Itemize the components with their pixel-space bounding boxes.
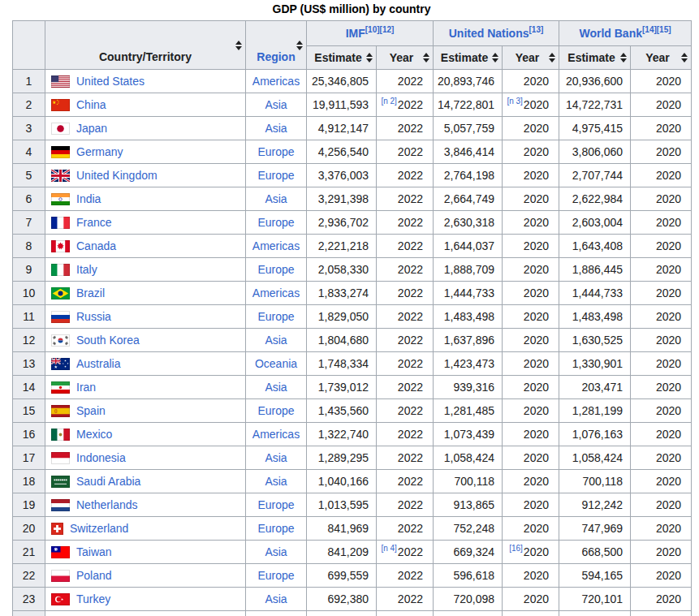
country-link[interactable]: Russia (76, 311, 111, 324)
footnote-link[interactable]: [n 3] (507, 97, 522, 106)
region-link[interactable]: Europe (257, 169, 294, 182)
region-link[interactable]: Europe (257, 498, 294, 511)
footnote-link[interactable]: [16] (509, 544, 523, 553)
country-link[interactable]: Poland (76, 570, 112, 583)
united-nations-link[interactable]: United Nations (449, 27, 529, 40)
country-link[interactable]: Japan (76, 123, 107, 136)
region-link[interactable]: Asia (265, 98, 287, 111)
country-cell: China (45, 93, 246, 117)
country-link[interactable]: Taiwan (76, 546, 112, 559)
wb-estimate-header[interactable]: Estimate (559, 46, 631, 70)
wb-refs-link[interactable]: [14][15] (642, 25, 671, 34)
region-link[interactable]: Asia (265, 451, 287, 464)
rank-cell: 13 (13, 352, 45, 376)
year-value: 2020 (524, 522, 549, 535)
country-link[interactable]: China (76, 99, 106, 112)
country-link[interactable]: Spain (76, 405, 106, 418)
country-link[interactable]: Mexico (76, 429, 112, 442)
region-link[interactable]: Europe (257, 216, 294, 229)
country-link[interactable]: Iran (76, 381, 96, 394)
region-link[interactable]: Asia (265, 545, 287, 558)
region-link[interactable]: Americas (252, 239, 300, 252)
sort-icon[interactable] (491, 53, 498, 62)
country-link[interactable]: Germany (76, 146, 123, 159)
region-link[interactable]: Americas (252, 428, 300, 441)
sort-icon[interactable] (296, 41, 303, 50)
region-cell: Europe (246, 164, 307, 187)
world-bank-link[interactable]: World Bank (579, 27, 642, 40)
un-year-header[interactable]: Year (503, 46, 559, 70)
region-link[interactable]: Asia (265, 592, 287, 605)
region-link[interactable]: Americas (252, 286, 300, 299)
region-link[interactable]: Americas (252, 75, 300, 88)
imf-estimate-cell: 4,912,147 (307, 117, 377, 140)
sort-icon[interactable] (422, 53, 429, 62)
un-year-cell: 2020 (503, 235, 559, 258)
sort-icon[interactable] (365, 53, 373, 62)
sort-icon[interactable] (680, 53, 688, 62)
imf-refs-link[interactable]: [10][12] (365, 25, 395, 34)
region-link[interactable]: Asia (265, 192, 287, 205)
sort-icon[interactable] (548, 53, 555, 62)
region-link[interactable]: Europe (257, 569, 294, 582)
wb-year-header[interactable]: Year (631, 46, 692, 70)
country-link[interactable]: Saudi Arabia (76, 476, 140, 489)
country-link[interactable]: India (76, 193, 101, 206)
un-estimate-header[interactable]: Estimate (434, 46, 503, 70)
footnote-link[interactable]: [n 2] (381, 97, 396, 106)
year-value: 2020 (524, 169, 549, 182)
country-link[interactable]: Turkey (76, 593, 110, 606)
imf-estimate-cell: 1,040,166 (307, 470, 377, 493)
year-value: 2020 (656, 545, 681, 558)
region-column-link[interactable]: Region (257, 50, 295, 63)
region-link[interactable]: Oceania (255, 357, 297, 370)
region-cell: Europe (246, 140, 307, 164)
region-column-header[interactable]: Region (246, 21, 307, 70)
table-row: 15 Spain Europe 1,435,560 2022 1,281,485… (13, 399, 692, 423)
region-link[interactable]: Europe (257, 404, 294, 417)
flag-spain-icon (51, 405, 70, 417)
region-link[interactable]: Asia (265, 475, 287, 488)
rank-cell: 4 (13, 140, 45, 164)
country-link[interactable]: Netherlands (76, 499, 138, 512)
imf-estimate-header[interactable]: Estimate (307, 46, 377, 70)
country-link[interactable]: United States (76, 75, 145, 88)
imf-year-cell: 2022 (377, 423, 434, 446)
table-row: 3 Japan Asia 4,912,147 2022 5,057,759 20… (13, 117, 692, 140)
un-refs-link[interactable]: [13] (529, 25, 544, 34)
imf-year-header[interactable]: Year (377, 46, 434, 70)
country-link[interactable]: Switzerland (70, 523, 128, 536)
country-cell: France (45, 211, 246, 235)
imf-link[interactable]: IMF (346, 27, 365, 40)
footnote-link[interactable]: [n 4] (381, 544, 396, 553)
un-year-cell: 2020 (503, 164, 559, 187)
rank-cell: 2 (13, 93, 45, 117)
country-link[interactable]: Australia (76, 358, 120, 371)
country-link[interactable]: Indonesia (76, 452, 126, 465)
country-cell: United States (45, 70, 246, 93)
wb-estimate-cell: 20,936,600 (559, 70, 631, 93)
country-link[interactable]: United Kingdom (76, 170, 157, 183)
country-link[interactable]: South Korea (76, 334, 140, 347)
region-link[interactable]: Europe (257, 145, 294, 158)
year-value: 2022 (398, 286, 423, 299)
region-link[interactable]: Europe (257, 263, 294, 276)
country-link[interactable]: Brazil (76, 287, 105, 300)
country-link[interactable]: Italy (76, 264, 97, 277)
region-link[interactable]: Asia (265, 381, 287, 394)
year-value: 2020 (656, 428, 681, 441)
year-value: 2020 (524, 75, 549, 88)
region-cell: Asia (246, 329, 307, 352)
country-link[interactable]: France (76, 217, 112, 230)
region-link[interactable]: Asia (265, 334, 287, 347)
sort-icon[interactable] (619, 53, 627, 62)
sort-icon[interactable] (235, 41, 242, 50)
country-column-header[interactable]: Country/Territory (45, 21, 246, 70)
region-link[interactable]: Europe (257, 522, 294, 535)
region-link[interactable]: Asia (265, 122, 287, 135)
country-cell: Canada (45, 235, 246, 258)
year-value: 2020 (524, 192, 549, 205)
un-year-cell: 2020 (503, 588, 559, 611)
country-link[interactable]: Canada (76, 240, 116, 253)
region-link[interactable]: Europe (257, 310, 294, 323)
